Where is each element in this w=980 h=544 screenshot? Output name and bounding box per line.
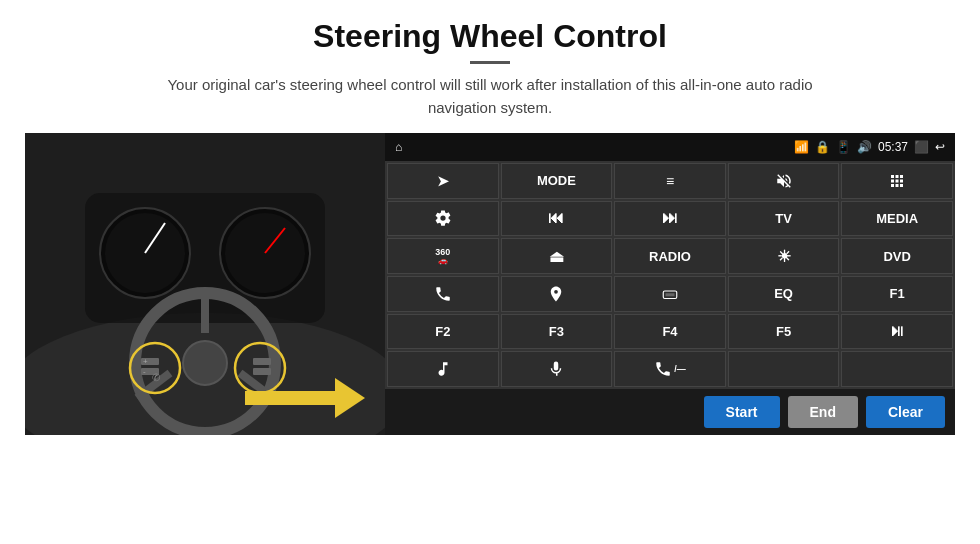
btn-eq[interactable]: EQ xyxy=(728,276,840,312)
btn-radio[interactable]: RADIO xyxy=(614,238,726,274)
svg-point-13 xyxy=(183,341,227,385)
status-time: 05:37 xyxy=(878,140,908,154)
svg-text:✆: ✆ xyxy=(152,372,160,383)
btn-apps[interactable] xyxy=(841,163,953,199)
back-icon: ↩ xyxy=(935,140,945,154)
mirror-icon xyxy=(661,285,679,303)
start-button[interactable]: Start xyxy=(704,396,780,428)
bottom-bar: Start End Clear xyxy=(385,389,955,435)
screen-icon: ⬛ xyxy=(914,140,929,154)
status-bar: ⌂ 📶 🔒 📱 🔊 05:37 ⬛ ↩ xyxy=(385,133,955,161)
navigate-icon: ➤ xyxy=(437,173,449,189)
eject-icon: ⏏ xyxy=(549,247,564,266)
btn-play-pause[interactable]: ⏯ xyxy=(841,314,953,350)
content-row: + - ✆ ⌂ 📶 xyxy=(30,133,950,435)
btn-navigate[interactable]: ➤ xyxy=(387,163,499,199)
btn-dvd[interactable]: DVD xyxy=(841,238,953,274)
btn-mirror[interactable] xyxy=(614,276,726,312)
btn-tv[interactable]: TV xyxy=(728,201,840,237)
title-divider xyxy=(470,61,510,64)
list-icon: ≡ xyxy=(666,173,674,189)
music-icon xyxy=(434,360,452,378)
status-right: 📶 🔒 📱 🔊 05:37 ⬛ ↩ xyxy=(794,140,945,154)
btn-list[interactable]: ≡ xyxy=(614,163,726,199)
svg-text:+: + xyxy=(143,357,148,366)
status-left: ⌂ xyxy=(395,140,402,154)
lock-icon: 🔒 xyxy=(815,140,830,154)
btn-eject[interactable]: ⏏ xyxy=(501,238,613,274)
phone-icon xyxy=(434,285,452,303)
svg-text:-: - xyxy=(143,367,146,376)
brightness-icon: ☀ xyxy=(777,247,791,266)
page-subtitle: Your original car's steering wheel contr… xyxy=(140,74,840,119)
btn-nav-circle[interactable] xyxy=(501,276,613,312)
clear-button[interactable]: Clear xyxy=(866,396,945,428)
forward-icon: ⏭ xyxy=(662,209,678,227)
svg-rect-21 xyxy=(253,358,271,365)
settings-icon xyxy=(434,209,452,227)
phone-call-icon xyxy=(654,360,672,378)
page-title: Steering Wheel Control xyxy=(313,18,667,55)
svg-rect-22 xyxy=(253,368,271,375)
play-pause-icon: ⏯ xyxy=(889,322,905,340)
btn-f2[interactable]: F2 xyxy=(387,314,499,350)
home-icon[interactable]: ⌂ xyxy=(395,140,402,154)
btn-mic[interactable] xyxy=(501,351,613,387)
btn-media[interactable]: MEDIA xyxy=(841,201,953,237)
car-image: + - ✆ xyxy=(25,133,385,435)
mic-icon xyxy=(547,360,565,378)
btn-f3[interactable]: F3 xyxy=(501,314,613,350)
btn-settings[interactable] xyxy=(387,201,499,237)
btn-rewind[interactable]: ⏮ xyxy=(501,201,613,237)
btn-f1[interactable]: F1 xyxy=(841,276,953,312)
btn-brightness[interactable]: ☀ xyxy=(728,238,840,274)
head-unit: ⌂ 📶 🔒 📱 🔊 05:37 ⬛ ↩ xyxy=(385,133,955,435)
button-grid: ➤ MODE ≡ xyxy=(385,161,955,389)
btn-forward[interactable]: ⏭ xyxy=(614,201,726,237)
btn-music[interactable] xyxy=(387,351,499,387)
bt-icon: 🔊 xyxy=(857,140,872,154)
wifi-icon: 📶 xyxy=(794,140,809,154)
cell-empty-1 xyxy=(728,351,840,387)
svg-rect-25 xyxy=(665,293,674,296)
cell-empty-2 xyxy=(841,351,953,387)
btn-mode[interactable]: MODE xyxy=(501,163,613,199)
rewind-icon: ⏮ xyxy=(548,209,564,227)
btn-phone-call[interactable]: /— xyxy=(614,351,726,387)
mute-icon xyxy=(775,172,793,190)
sim-icon: 📱 xyxy=(836,140,851,154)
btn-f5[interactable]: F5 xyxy=(728,314,840,350)
apps-icon xyxy=(888,172,906,190)
btn-360[interactable]: 360 🚗 xyxy=(387,238,499,274)
btn-mute[interactable] xyxy=(728,163,840,199)
end-button[interactable]: End xyxy=(788,396,858,428)
btn-f4[interactable]: F4 xyxy=(614,314,726,350)
navigation-icon xyxy=(547,285,565,303)
btn-phone[interactable] xyxy=(387,276,499,312)
